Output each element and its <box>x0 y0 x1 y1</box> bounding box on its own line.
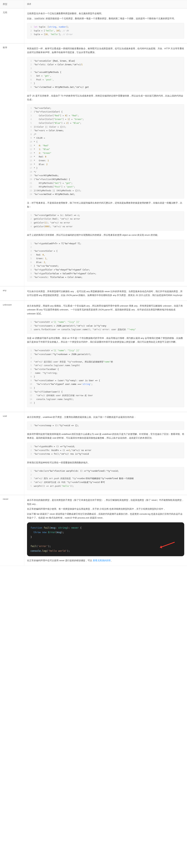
table-header: 类型 描述 <box>0 0 187 8</box>
para: 元组类型允许表示一个已知元素数量和类型的数组，各元素的类型不必相同。 <box>27 12 184 16</box>
link[interactable]: 查看尤雨溪的回答 <box>93 559 111 562</box>
type-label: 元组 <box>0 8 24 43</box>
para: 但是 str 的数据可能不会符合预期，假设 str 中不是一个符合数据格式的字符… <box>27 336 184 344</box>
code-block: 1"kw">type ValueOf<T> = T["kw">keyof T];… <box>27 240 184 282</box>
code-block: 1"kw">const str = '[{ "name": "licy" }]'… <box>27 318 184 334</box>
type-desc: 表示没有类型，undefined 的子类型，主要用在函数的返回值上面。比如下面一… <box>24 412 187 495</box>
code-block: 1let tuple: [string, number]; 2tuple = [… <box>27 23 184 39</box>
type-label: unknown <box>0 301 24 412</box>
code-block: 1"kw">const noop = (): "ty">void => {}; <box>27 422 184 430</box>
row-tuple: 元组 元组类型允许表示一个已知元素数量和类型的数组，各元素的类型不必相同。 比如… <box>0 8 187 43</box>
code-block-dark: function fail(msg: string): never { thro… <box>27 522 184 556</box>
row-enum: 枚举 和其他语言一样，枚举可以看成是一类相同功能变量的集合，枚举既可以当成类型使… <box>0 43 187 286</box>
row-never: never 表示不存在的值的类型，是任何类型的子类型（除了它本身也是任何子类型）… <box>0 495 187 566</box>
para: 可以表示任何类型，所有类型都可以赋值给 any ，也可以把 any 类型赋值给除… <box>27 289 184 298</box>
type-desc: 表示未知类型，用途和 any 很相似，可以看成一个安全版的 any，所以推荐在编… <box>24 301 187 412</box>
para: 比如，useState 的返回值就是一个元组类型，数组的第一项是一个变量的类型，… <box>27 17 184 21</box>
para: 所有我们应用这种特性可以用在一些需要接收回调函数的地方。 <box>27 461 184 465</box>
type-label: 枚举 <box>0 43 24 286</box>
code-block: 1"kw">var Color;2("kw">function (Color) … <box>27 104 184 198</box>
type-desc: 元组类型允许表示一个已知元素数量和类型的数组，各元素的类型不必相同。 比如，us… <box>24 8 187 43</box>
code-block: 1"kw">enum Color {Red, Green, Blue}2"kw"… <box>27 57 184 92</box>
header-type: 类型 <box>0 0 24 8</box>
code-block: 1"kw">const str = '[{ "name": "licy" }]'… <box>27 346 184 407</box>
para: 在正常的编码环境中很少使用。有一些类型体操中会实用这类型，关于的 介绍文档 也有… <box>27 507 184 511</box>
para: 和其他语言一样，枚举可以看成是一类相同功能变量的集合，枚举既可以当成类型使用，也… <box>27 47 184 55</box>
para: 由于 JS 是不支持枚举，但是由于 TS 中的枚举有可以当成值来使用，则肯定在编… <box>27 94 184 102</box>
para: 很多同学看到这里可能觉得和返回 undefined 的区别是什么或者认为 voi… <box>27 432 184 440</box>
para: 注：对于笔者来说，不是很喜欢使用枚举，除了针对上面提到编译出来的代码冗赘以外，还… <box>27 201 184 209</box>
para: 表示不存在的值的类型，是任何类型的子类型（除了它本身也是任何子类型），所以它赋值… <box>27 498 184 506</box>
row-any: any 可以表示任何类型，所有类型都可以赋值给 any ，也可以把 any 类型… <box>0 286 187 301</box>
para: 表示没有类型，undefined 的子类型，主要用在函数的返回值上面。比如下面一… <box>27 415 184 419</box>
header-desc: 描述 <box>24 0 187 8</box>
type-label: never <box>0 495 24 566</box>
inline-code: useState <box>34 17 45 20</box>
code-block: 1"kw">type VoidFn = () => "ty">void;2"kw… <box>27 442 184 458</box>
code-block: 1"kw">declare "kw">function warpFn(cb: (… <box>27 467 184 490</box>
row-unknown: unknown 表示未知类型，用途和 any 很相似，可以看成一个安全版的 an… <box>0 301 187 412</box>
type-label: void <box>0 412 24 495</box>
type-desc: 可以表示任何类型，所有类型都可以赋值给 any ，也可以把 any 类型赋值给除… <box>24 286 187 301</box>
code-block: 1"kw">const getColor = (c: Color) => c;2… <box>27 211 184 231</box>
para: 表示未知类型，用途和 any 很相似，可以看成一个安全版的 any，所以推荐在编… <box>27 304 184 316</box>
para: 比如下图 fail 就返回了 never 就说明这个函数或者它经过它的函数或后，… <box>27 512 184 520</box>
row-void: void 表示没有类型，undefined 的子类型，主要用在函数的返回值上面。… <box>0 412 187 495</box>
type-label: any <box>0 286 24 301</box>
para: 在正常的编码环境中也可以使用 never 进行提前的错误捕捉，可以 查看尤雨溪的… <box>27 559 184 563</box>
type-desc: 和其他语言一样，枚举可以看成是一类相同功能变量的集合，枚举既可以当成类型使用，也… <box>24 43 187 286</box>
para: 由于上述的第四行没有报错，所以可以在编码的过程中出现预期以外的错误，所以笔者喜欢… <box>27 233 184 237</box>
type-desc: 表示不存在的值的类型，是任何类型的子类型（除了它本身也是任何子类型），所以它赋值… <box>24 495 187 566</box>
